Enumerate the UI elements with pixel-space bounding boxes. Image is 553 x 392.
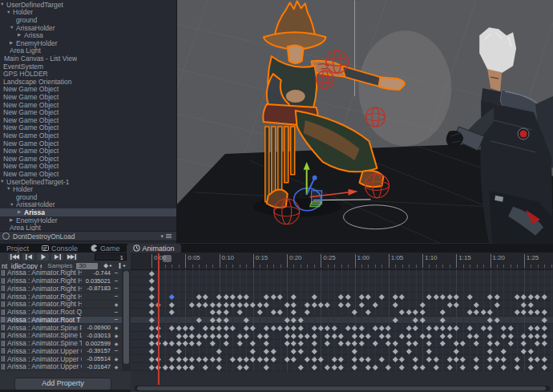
keyframe-toggle-dash[interactable]: − <box>111 347 122 354</box>
hierarchy-item[interactable]: New Game Object <box>0 170 177 178</box>
keyframe-toggle-diamond[interactable]: ◆ <box>111 325 122 330</box>
scrollbar-thumb[interactable] <box>123 271 129 364</box>
property-value[interactable]: -0.39157 <box>82 347 111 354</box>
go-to-end-button[interactable] <box>66 253 78 261</box>
next-frame-button[interactable] <box>51 253 63 261</box>
keyframe-toggle-dash[interactable]: − <box>111 285 122 292</box>
foldout-expanded-icon[interactable]: ▼ <box>10 201 16 209</box>
go-to-start-button[interactable] <box>8 253 20 261</box>
previous-frame-button[interactable] <box>22 253 34 261</box>
property-track-row[interactable]: Arissa : Animator.Upper Chest Tw-0.01647… <box>0 363 122 371</box>
foldout-collapsed-icon[interactable]: ▶ <box>10 216 16 224</box>
hierarchy-item[interactable]: New Game Object <box>0 155 177 163</box>
hierarchy-item[interactable]: ▼Holder <box>0 9 177 17</box>
add-keyframe-button[interactable] <box>103 262 112 269</box>
hierarchy-item[interactable]: ▶EnemyHolder <box>0 39 177 47</box>
hierarchy-item[interactable]: New Game Object <box>0 86 177 94</box>
hierarchy-item[interactable]: ground <box>0 193 177 201</box>
scene-header-controls[interactable]: ▾ <box>160 233 172 240</box>
foldout-collapsed-icon[interactable]: ▶ <box>18 208 24 216</box>
chevron-down-icon[interactable]: ▾ <box>160 233 163 240</box>
hierarchy-item[interactable]: ▼UserDefinedTarget <box>0 1 176 9</box>
hierarchy-item[interactable]: New Game Object <box>0 108 177 116</box>
property-value[interactable]: 0.002599 <box>82 340 111 347</box>
tab-project[interactable]: Project <box>0 244 35 253</box>
hierarchy-item[interactable]: New Game Object <box>0 131 177 139</box>
hierarchy-item[interactable]: New Game Object <box>0 93 177 101</box>
foldout-expanded-icon[interactable]: ▼ <box>0 178 6 186</box>
hierarchy-item-label: New Game Object <box>3 170 59 178</box>
keyframe-toggle-dash[interactable]: − <box>111 277 122 285</box>
keyframe-toggle-diamond[interactable]: ◆ <box>111 333 122 338</box>
ruler-minor-tick <box>226 265 227 268</box>
tab-animation[interactable]: Animation <box>127 244 181 253</box>
hierarchy-item[interactable]: GPS HOLDER <box>0 70 177 78</box>
play-button[interactable] <box>37 253 49 261</box>
scrollbar-thumb[interactable] <box>137 386 546 390</box>
hierarchy-item[interactable]: Area Light <box>0 47 177 55</box>
keyframe-toggle-dash[interactable]: − <box>111 293 122 300</box>
keyframe-grid[interactable] <box>131 269 553 371</box>
keyframe-toggle-dash[interactable]: − <box>111 269 122 277</box>
hierarchy-item[interactable]: ▶EnemyHolder <box>0 216 177 224</box>
hierarchy-item[interactable]: New Game Object <box>0 163 177 171</box>
foldout-expanded-icon[interactable]: ▼ <box>6 9 13 17</box>
keyframe-toggle-diamond[interactable]: ◆ <box>111 356 122 362</box>
property-value[interactable]: -0.03013 <box>82 332 111 339</box>
hierarchy-item[interactable]: New Game Object <box>0 116 177 124</box>
samples-field[interactable]: 30 <box>76 263 98 269</box>
hierarchy-item[interactable]: Landscape Orientation <box>0 78 177 86</box>
menu-icon[interactable] <box>166 234 172 238</box>
property-value[interactable]: -0.87183 <box>82 285 111 292</box>
hierarchy-item[interactable]: New Game Object <box>0 101 177 109</box>
hierarchy-item[interactable]: ▶Arissa <box>0 31 177 39</box>
playhead[interactable] <box>158 253 159 385</box>
foldout-expanded-icon[interactable]: ▼ <box>0 1 6 9</box>
vertical-scrollbar[interactable] <box>122 269 131 371</box>
property-value[interactable]: -0.06900 <box>82 324 111 331</box>
hierarchy-panel[interactable]: ▼UserDefinedTarget▼Holderground▼ArissaHo… <box>0 0 177 244</box>
hierarchy-item-label: Arissa <box>24 31 43 39</box>
timeline-ruler[interactable]: 0:000:050:100:150:200:251:001:051:101:15… <box>131 253 553 270</box>
hierarchy-item[interactable]: ground <box>0 16 177 24</box>
keyframe-toggle-diamond[interactable]: ◆ <box>111 301 122 307</box>
keyframe-toggle-dash[interactable]: − <box>111 309 122 316</box>
property-name: Arissa : Animator.Right Hand Q <box>7 293 82 301</box>
scene-header-dontdestroyonload[interactable]: DontDestroyOnLoad ▾ <box>0 231 176 241</box>
tab-console[interactable]: Console <box>35 244 84 253</box>
keyframe-toggle-diamond[interactable]: ◆ <box>111 364 122 370</box>
hierarchy-item[interactable]: New Game Object <box>0 147 177 155</box>
property-value[interactable]: -0.05514 <box>82 355 111 362</box>
add-property-button[interactable]: Add Property <box>14 378 111 390</box>
property-value[interactable]: 0.035021 <box>82 277 111 285</box>
horizontal-scrollbar[interactable] <box>135 386 550 391</box>
frame-gridline <box>375 269 376 371</box>
hierarchy-item[interactable]: New Game Object <box>0 124 177 132</box>
add-event-button[interactable] <box>117 262 127 269</box>
foldout-collapsed-icon[interactable]: ▶ <box>10 39 16 47</box>
dopesheet[interactable]: 0:000:050:100:150:200:251:001:051:101:15… <box>131 253 553 392</box>
hierarchy-item[interactable]: ▼ArissaHolder <box>0 201 177 209</box>
current-frame-field[interactable]: 1 <box>95 253 127 261</box>
hierarchy-item[interactable]: EventSystem <box>0 63 177 71</box>
hierarchy-item[interactable]: ▼Holder <box>0 185 177 193</box>
foldout-expanded-icon[interactable]: ▼ <box>10 24 16 32</box>
hierarchy-item[interactable]: ▶Arissa <box>0 208 177 216</box>
hierarchy-item[interactable]: Main Canvas - List View <box>0 55 177 63</box>
tab-game[interactable]: Game <box>84 244 127 253</box>
hierarchy-item[interactable]: ▼UserDefinedTarget-1 <box>0 178 176 186</box>
clip-dropdown-icon[interactable]: ▲▼ <box>39 264 42 269</box>
scene-view-canvas[interactable] <box>177 0 553 244</box>
foldout-expanded-icon[interactable]: ▼ <box>6 185 13 193</box>
property-value[interactable]: -0.744 <box>82 269 111 277</box>
property-value[interactable]: -0.01647 <box>82 363 111 370</box>
hierarchy-item[interactable]: New Game Object <box>0 139 177 148</box>
property-icon <box>2 301 5 307</box>
frame-gridline <box>232 269 233 371</box>
foldout-collapsed-icon[interactable]: ▶ <box>18 31 24 39</box>
hierarchy-item[interactable]: ▼ArissaHolder <box>0 24 177 32</box>
keyframe-toggle-diamond[interactable]: ◆ <box>111 341 122 346</box>
keyframe-toggle-dash[interactable]: − <box>111 316 122 323</box>
ruler-time-label: 1:05 <box>391 254 404 261</box>
scene-view[interactable] <box>177 0 553 244</box>
